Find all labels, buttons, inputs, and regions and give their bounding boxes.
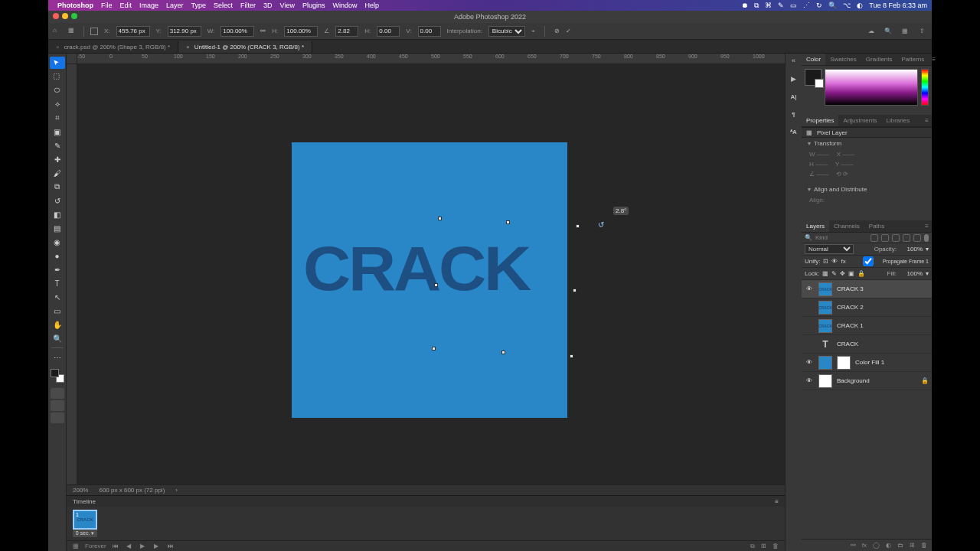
horizontal-ruler[interactable]: -500501001502002503003504004505005506006… <box>67 54 785 64</box>
hue-bar[interactable] <box>921 69 929 106</box>
layer-thumbnail[interactable]: CRACK <box>818 282 832 296</box>
layout-icon[interactable]: ▦ <box>68 27 77 36</box>
last-frame-icon[interactable]: ⏭ <box>168 543 175 550</box>
hand-tool[interactable]: ✋ <box>50 318 65 331</box>
link-wh-icon[interactable]: ⚯ <box>260 28 266 34</box>
transform-handle[interactable] <box>576 224 580 228</box>
clone-stamp-tool[interactable]: ⧉ <box>50 181 65 193</box>
adjustment-layer-icon[interactable]: ◐ <box>886 542 891 549</box>
commit-transform-icon[interactable]: ✓ <box>566 28 571 34</box>
layer-row[interactable]: CRACKCRACK 2 <box>802 298 932 317</box>
rectangle-tool[interactable]: ▭ <box>50 305 65 317</box>
tab-swatches[interactable]: Swatches <box>825 54 861 65</box>
paragraph-panel-icon[interactable]: ¶ <box>792 111 795 118</box>
y-input[interactable] <box>168 26 201 37</box>
convert-timeline-icon[interactable]: ▦ <box>73 543 79 549</box>
transform-handle[interactable] <box>432 347 436 350</box>
lock-trans-icon[interactable]: ▦ <box>822 270 828 277</box>
layer-thumbnail[interactable]: CRACK <box>818 301 832 315</box>
menu-file[interactable]: File <box>101 2 113 9</box>
layer-fx-icon[interactable]: fx <box>862 542 867 549</box>
reference-point-icon[interactable] <box>90 28 98 35</box>
transform-handle[interactable] <box>506 220 510 224</box>
delete-frame-icon[interactable]: 🗑 <box>773 543 779 549</box>
frame-delay[interactable]: 0 sec. ▾ <box>73 530 97 537</box>
filter-pixel-icon[interactable] <box>871 234 878 242</box>
layer-thumbnail[interactable]: T <box>818 337 832 351</box>
tab-close-icon[interactable]: × <box>56 44 60 51</box>
layer-name[interactable]: CRACK <box>837 341 858 347</box>
layer-mask-thumbnail[interactable] <box>837 356 851 370</box>
timeline-menu-icon[interactable]: ≡ <box>775 498 779 505</box>
filter-search-icon[interactable]: 🔍 <box>805 234 812 241</box>
dodge-tool[interactable]: ● <box>50 249 65 262</box>
blend-mode-select[interactable]: Normal <box>805 244 854 254</box>
menu-edit[interactable]: Edit <box>120 2 132 9</box>
menubar-clock[interactable]: Tue 8 Feb 6:33 am <box>869 2 927 9</box>
unify-pos-icon[interactable]: ⊡ <box>823 258 828 265</box>
tab-libraries[interactable]: Libraries <box>882 115 915 126</box>
foreground-background-swatch[interactable] <box>50 368 65 383</box>
properties-menu-icon[interactable]: ≡ <box>922 115 932 126</box>
home-icon[interactable]: ⌂ <box>53 27 62 36</box>
cloud-docs-icon[interactable]: ☁ <box>866 26 877 37</box>
layer-visibility-icon[interactable]: 👁 <box>805 359 814 366</box>
transform-handle[interactable] <box>434 283 438 287</box>
layer-visibility-icon[interactable]: 👁 <box>805 285 814 292</box>
transform-handle[interactable] <box>570 354 573 358</box>
filter-shape-icon[interactable] <box>903 234 910 242</box>
color-panel-menu-icon[interactable]: ≡ <box>929 54 939 65</box>
lock-all-icon[interactable]: 🔒 <box>858 270 865 277</box>
marquee-tool[interactable] <box>50 70 65 83</box>
layer-name[interactable]: Color Fill 1 <box>855 359 884 366</box>
cancel-transform-icon[interactable]: ⊘ <box>554 28 560 34</box>
lasso-tool[interactable] <box>50 84 65 96</box>
menu-select[interactable]: Select <box>214 2 233 9</box>
delete-layer-icon[interactable]: 🗑 <box>921 542 927 549</box>
healing-brush-tool[interactable]: ✚ <box>50 153 65 165</box>
link-layers-icon[interactable]: ⚯ <box>851 542 856 549</box>
tab-close-icon[interactable]: × <box>186 44 190 51</box>
new-layer-icon[interactable]: ⊞ <box>910 542 915 549</box>
layer-row[interactable]: 👁Background🔒 <box>802 372 932 390</box>
expand-dock-icon[interactable]: « <box>792 57 795 64</box>
menu-window[interactable]: Window <box>333 2 358 9</box>
filter-adjust-icon[interactable] <box>881 234 889 242</box>
doc-tab-1[interactable]: × crack.psd @ 200% (Shape 3, RGB/8) * <box>48 41 178 53</box>
glyphs-panel-icon[interactable]: ᴬA <box>790 129 797 135</box>
first-frame-icon[interactable]: ⏮ <box>113 543 120 550</box>
layer-thumbnail[interactable] <box>818 374 832 388</box>
x-input[interactable] <box>116 26 150 37</box>
doc-tab-2[interactable]: × Untitled-1 @ 200% (CRACK 3, RGB/8) * <box>178 41 312 53</box>
type-tool[interactable]: T <box>50 277 65 289</box>
macos-menubar[interactable]: Photoshop File Edit Image Layer Type Sel… <box>48 0 932 11</box>
filter-toggle-icon[interactable] <box>924 234 929 242</box>
edit-toolbar-icon[interactable]: ⋯ <box>50 351 65 364</box>
doc-info-chevron-icon[interactable]: › <box>175 487 178 494</box>
tab-color[interactable]: Color <box>802 54 825 65</box>
eraser-tool[interactable]: ◧ <box>50 208 65 220</box>
layer-mask-icon[interactable]: ◯ <box>873 542 880 549</box>
layer-row[interactable]: 👁CRACKCRACK 3 <box>802 280 932 298</box>
interp-select[interactable]: Bicubic <box>488 26 525 37</box>
h-input[interactable] <box>284 26 318 37</box>
transform-section-label[interactable]: Transform <box>814 140 841 147</box>
layer-group-icon[interactable]: 🗀 <box>897 542 903 549</box>
filter-smart-icon[interactable] <box>913 234 921 242</box>
tab-gradients[interactable]: Gradients <box>861 54 897 65</box>
vskew-input[interactable] <box>418 26 441 37</box>
zoom-tool[interactable]: 🔍 <box>50 332 65 344</box>
share-icon[interactable]: ⇧ <box>916 26 927 37</box>
timeline-frame-1[interactable]: CRACK 0 sec. ▾ <box>73 510 97 537</box>
workspace-icon[interactable]: ▦ <box>900 26 910 37</box>
blur-tool[interactable]: ◉ <box>50 236 65 248</box>
traffic-lights[interactable] <box>53 13 77 19</box>
layer-row[interactable]: CRACKCRACK 1 <box>802 317 932 335</box>
quick-mask-icon[interactable] <box>51 388 64 399</box>
gradient-tool[interactable]: ▤ <box>50 222 65 234</box>
app-name[interactable]: Photoshop <box>57 2 93 9</box>
tween-icon[interactable]: ⧉ <box>750 543 755 550</box>
tab-patterns[interactable]: Patterns <box>897 54 929 65</box>
hskew-input[interactable] <box>377 26 400 37</box>
menu-help[interactable]: Help <box>365 2 380 9</box>
